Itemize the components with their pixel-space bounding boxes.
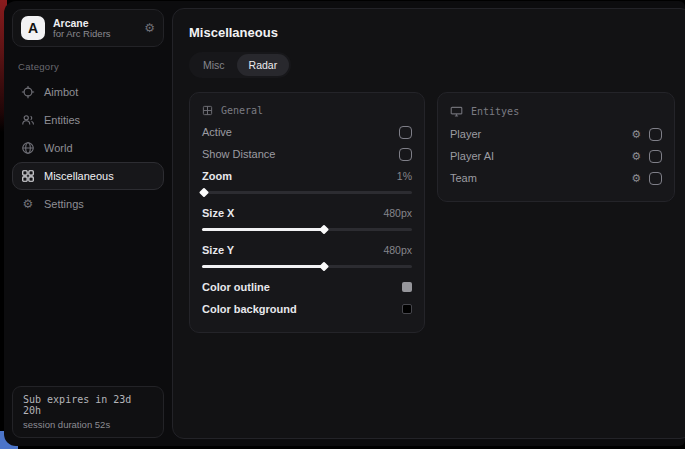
setting-label: Active bbox=[202, 126, 232, 138]
player-ai-checkbox[interactable] bbox=[649, 150, 662, 163]
sidebar-item-entities[interactable]: Entities bbox=[12, 106, 164, 134]
entity-row-team: Team ⚙ bbox=[450, 167, 662, 189]
general-card-title: General bbox=[221, 105, 263, 116]
layout-grid-icon bbox=[202, 105, 213, 116]
setting-row-zoom: Zoom 1% bbox=[202, 165, 412, 187]
sidebar-item-label: World bbox=[44, 142, 73, 154]
setting-label: Color outline bbox=[202, 281, 270, 293]
setting-label: Size X bbox=[202, 207, 234, 219]
entities-card-header: Entityes bbox=[450, 99, 662, 123]
sidebar-item-aimbot[interactable]: Aimbot bbox=[12, 78, 164, 106]
sub-expiry-text: Sub expires in 23d 20h bbox=[23, 394, 153, 416]
setting-label: Show Distance bbox=[202, 148, 275, 160]
app-card: A Arcane for Arc Riders ⚙ bbox=[12, 9, 164, 47]
cards-row: General Active Show Distance Zoom 1% bbox=[189, 92, 675, 333]
entities-card: Entityes Player ⚙ Player AI ⚙ bbox=[437, 92, 675, 202]
active-checkbox[interactable] bbox=[399, 126, 412, 139]
tab-misc[interactable]: Misc bbox=[191, 54, 237, 76]
app-window: A Arcane for Arc Riders ⚙ Category Aimbo… bbox=[4, 1, 685, 446]
show-distance-checkbox[interactable] bbox=[399, 148, 412, 161]
app-logo: A bbox=[21, 16, 45, 40]
page-title: Miscellaneous bbox=[189, 25, 675, 40]
globe-icon bbox=[21, 141, 35, 155]
app-title: Arcane bbox=[53, 17, 136, 29]
entity-label: Team bbox=[450, 172, 477, 184]
category-label: Category bbox=[18, 61, 164, 72]
entity-label: Player bbox=[450, 128, 481, 140]
size-y-slider[interactable] bbox=[202, 262, 412, 271]
entities-card-title: Entityes bbox=[471, 106, 519, 117]
player-checkbox[interactable] bbox=[649, 128, 662, 141]
size-x-value: 480px bbox=[383, 207, 412, 219]
setting-row-color-background: Color background bbox=[202, 298, 412, 320]
setting-label: Color background bbox=[202, 303, 297, 315]
app-subtitle: for Arc Riders bbox=[53, 29, 136, 40]
zoom-slider[interactable] bbox=[202, 188, 412, 197]
general-card: General Active Show Distance Zoom 1% bbox=[189, 92, 425, 333]
entity-row-player-ai: Player AI ⚙ bbox=[450, 145, 662, 167]
team-checkbox[interactable] bbox=[649, 172, 662, 185]
setting-label: Zoom bbox=[202, 170, 232, 182]
setting-row-active: Active bbox=[202, 121, 412, 143]
session-duration-text: session duration 52s bbox=[23, 419, 153, 430]
gear-icon: ⚙ bbox=[21, 197, 35, 211]
grid-icon bbox=[21, 169, 35, 183]
zoom-value: 1% bbox=[397, 170, 412, 182]
entity-label: Player AI bbox=[450, 150, 494, 162]
team-settings-icon[interactable]: ⚙ bbox=[631, 173, 641, 184]
entity-row-player: Player ⚙ bbox=[450, 123, 662, 145]
size-y-slider-thumb[interactable] bbox=[319, 262, 329, 272]
sidebar-item-label: Miscellaneous bbox=[44, 170, 114, 182]
sidebar-item-label: Entities bbox=[44, 114, 80, 126]
sidebar-item-settings[interactable]: ⚙ Settings bbox=[12, 190, 164, 218]
color-outline-swatch[interactable] bbox=[402, 282, 412, 292]
tab-radar[interactable]: Radar bbox=[237, 54, 290, 76]
setting-row-size-x: Size X 480px bbox=[202, 202, 412, 224]
color-background-swatch[interactable] bbox=[402, 304, 412, 314]
monitor-icon bbox=[450, 105, 463, 118]
sidebar-item-miscellaneous[interactable]: Miscellaneous bbox=[12, 162, 164, 190]
zoom-slider-thumb[interactable] bbox=[199, 188, 209, 198]
main-panel: Miscellaneous Misc Radar General Active bbox=[172, 8, 685, 439]
setting-row-show-distance: Show Distance bbox=[202, 143, 412, 165]
player-settings-icon[interactable]: ⚙ bbox=[631, 129, 641, 140]
tab-bar: Misc Radar bbox=[189, 52, 291, 78]
setting-row-size-y: Size Y 480px bbox=[202, 239, 412, 261]
player-ai-settings-icon[interactable]: ⚙ bbox=[631, 151, 641, 162]
sidebar: A Arcane for Arc Riders ⚙ Category Aimbo… bbox=[4, 1, 172, 446]
sidebar-nav: Aimbot Entities World Miscellaneous bbox=[12, 78, 164, 218]
sidebar-item-label: Aimbot bbox=[44, 86, 78, 98]
setting-label: Size Y bbox=[202, 244, 234, 256]
sidebar-item-world[interactable]: World bbox=[12, 134, 164, 162]
sidebar-item-label: Settings bbox=[44, 198, 84, 210]
general-card-header: General bbox=[202, 99, 412, 121]
size-x-slider-thumb[interactable] bbox=[319, 225, 329, 235]
size-y-value: 480px bbox=[383, 244, 412, 256]
setting-row-color-outline: Color outline bbox=[202, 276, 412, 298]
crosshair-icon bbox=[21, 85, 35, 99]
subscription-status-card: Sub expires in 23d 20h session duration … bbox=[12, 386, 164, 438]
app-settings-icon[interactable]: ⚙ bbox=[144, 21, 155, 35]
size-x-slider[interactable] bbox=[202, 225, 412, 234]
users-icon bbox=[21, 113, 35, 127]
